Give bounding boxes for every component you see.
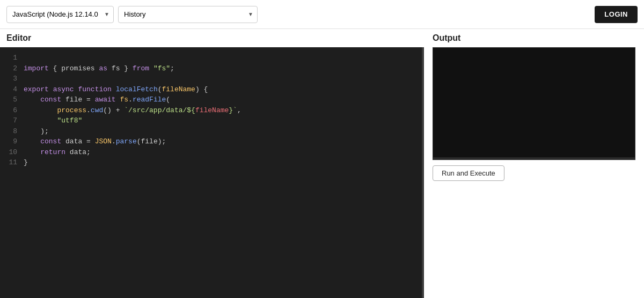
- code-line: export async function localFetch(fileNam…: [24, 84, 418, 95]
- output-section: Output Run and Execute: [424, 29, 644, 298]
- output-label: Output: [433, 29, 635, 47]
- code-line: import { promises as fs } from "fs";: [24, 63, 418, 74]
- history-select-wrapper: History ▼: [118, 6, 258, 23]
- code-lines[interactable]: import { promises as fs } from "fs"; exp…: [21, 47, 424, 298]
- output-terminal[interactable]: [433, 47, 635, 160]
- toolbar: JavaScript (Node.js 12.14.0) Python 3 Ja…: [0, 0, 644, 29]
- login-button[interactable]: LOGIN: [595, 6, 638, 23]
- code-editor[interactable]: 1 2 3 4 5 6 7 8 9 10 11 import { promi: [0, 47, 424, 298]
- code-line: [24, 53, 418, 63]
- code-line: "utf8": [24, 115, 418, 126]
- output-terminal-inner[interactable]: [433, 48, 635, 159]
- editor-section: Editor 1 2 3 4 5 6 7 8 9 10 11: [0, 29, 424, 298]
- code-line: const data = JSON.parse(file);: [24, 136, 418, 147]
- history-select[interactable]: History: [118, 6, 258, 23]
- language-select-wrapper: JavaScript (Node.js 12.14.0) Python 3 Ja…: [6, 6, 114, 23]
- output-scrollbar[interactable]: [433, 157, 635, 159]
- code-line: const file = await fs.readFile(: [24, 95, 418, 105]
- code-line: );: [24, 126, 418, 137]
- editor-scrollbar[interactable]: [422, 47, 424, 298]
- code-line: process.cwd() + `/src/app/data/${fileNam…: [24, 105, 418, 116]
- language-select[interactable]: JavaScript (Node.js 12.14.0) Python 3 Ja…: [6, 6, 114, 23]
- main-layout: Editor 1 2 3 4 5 6 7 8 9 10 11: [0, 29, 644, 298]
- editor-label: Editor: [0, 29, 424, 47]
- code-line: [24, 74, 418, 84]
- run-execute-button[interactable]: Run and Execute: [433, 165, 504, 181]
- code-content: 1 2 3 4 5 6 7 8 9 10 11 import { promi: [0, 47, 424, 298]
- code-line: return data;: [24, 147, 418, 158]
- code-line: }: [24, 157, 418, 168]
- line-numbers: 1 2 3 4 5 6 7 8 9 10 11: [0, 47, 21, 298]
